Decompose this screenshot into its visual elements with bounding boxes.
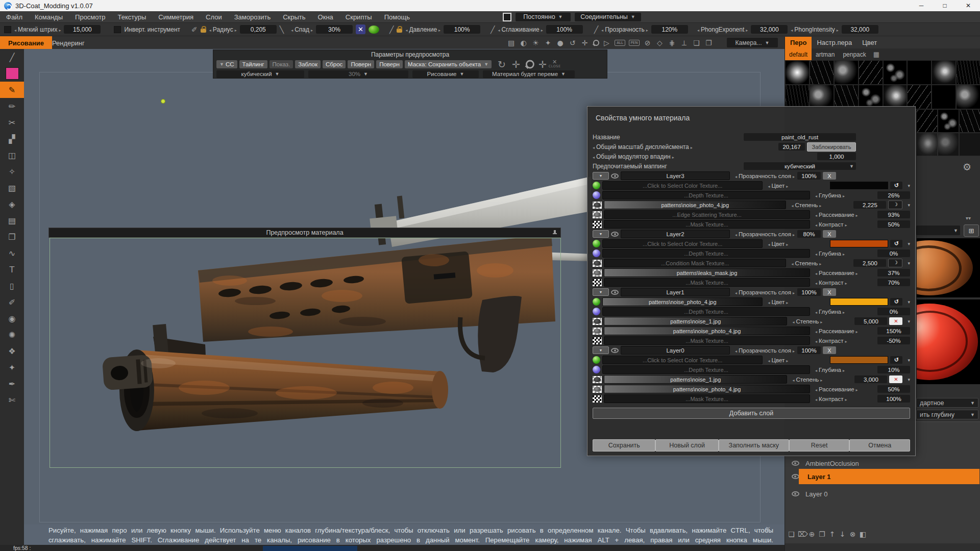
- cavity-value[interactable]: 1,000: [817, 153, 856, 160]
- preview-param-button[interactable]: ▼CC: [216, 60, 237, 68]
- brush-thumbnail[interactable]: [959, 133, 980, 156]
- expand-icon[interactable]: ▼: [593, 230, 609, 238]
- duplicate-layer-icon[interactable]: ❐: [818, 530, 826, 538]
- lock-icon[interactable]: [397, 29, 402, 33]
- texture-field[interactable]: patterns\leaks_mask.jpg: [604, 268, 810, 277]
- eye-icon[interactable]: [611, 173, 619, 179]
- eye-icon[interactable]: [792, 461, 799, 466]
- texture-field[interactable]: ...Depth Texture...: [602, 365, 810, 374]
- moon-icon[interactable]: ☽: [888, 259, 902, 267]
- move-icon[interactable]: ✛: [580, 39, 589, 47]
- preview-param-button[interactable]: Заблок: [295, 60, 321, 68]
- brush-thumbnail[interactable]: [932, 85, 956, 109]
- brush-thumbnail[interactable]: [810, 60, 834, 85]
- close-help-icon[interactable]: X: [766, 525, 770, 533]
- param-value[interactable]: 2,500: [853, 259, 886, 267]
- brush-thumbnail[interactable]: [883, 60, 908, 85]
- layer-opacity-value[interactable]: 100%: [797, 288, 821, 296]
- menu-item[interactable]: Команды: [29, 13, 69, 21]
- brush-thumbnail[interactable]: [956, 85, 980, 109]
- brush-thumbnail[interactable]: [834, 85, 859, 109]
- curve-tool-icon[interactable]: ∿: [0, 245, 24, 261]
- falloff-value[interactable]: 30%: [316, 25, 353, 34]
- phong-intensity-value[interactable]: 32,000: [842, 25, 878, 34]
- chevron-down-icon[interactable]: ▾: [908, 241, 910, 246]
- brush-thumbnail[interactable]: [810, 85, 834, 109]
- expand-icon[interactable]: ▼: [593, 346, 609, 354]
- sparkle-icon[interactable]: ✦: [544, 39, 552, 47]
- folder-icon[interactable]: ◧: [859, 530, 867, 538]
- dialog-button-1[interactable]: Сохранить: [593, 439, 655, 452]
- layers-icon[interactable]: ❐: [704, 39, 713, 47]
- tab-перо[interactable]: Перо: [785, 37, 812, 48]
- axis-icon[interactable]: ⟂: [680, 39, 689, 47]
- rotate-icon[interactable]: ↻: [498, 59, 506, 70]
- add-layer-button[interactable]: Добавить слой: [593, 408, 910, 419]
- current-color-swatch[interactable]: [6, 67, 19, 80]
- layer-name-field[interactable]: Layer0: [621, 346, 730, 355]
- drop-icon[interactable]: ●: [556, 39, 565, 47]
- import-layer-icon[interactable]: ⊕: [808, 530, 816, 538]
- brush-thumbnail[interactable]: [859, 60, 883, 85]
- dialog-button-3[interactable]: Заполнить маску: [719, 439, 789, 452]
- brush-thumbnail[interactable]: [938, 133, 959, 156]
- block-icon[interactable]: ⊘: [643, 39, 652, 47]
- chevron-down-icon[interactable]: ▾: [908, 377, 910, 382]
- texture-field[interactable]: patterns\noise_photo_4.jpg: [604, 385, 810, 393]
- brush-thumbnail[interactable]: [916, 133, 938, 156]
- radius-value[interactable]: 0,205: [240, 25, 277, 34]
- line-tool-icon[interactable]: ╱: [0, 49, 24, 65]
- play-icon[interactable]: ▷: [602, 39, 611, 47]
- pressure-value[interactable]: 100%: [444, 25, 480, 34]
- menu-item[interactable]: Симметрия: [152, 13, 200, 21]
- material-set-dropdown[interactable]: ▼: [916, 226, 960, 235]
- brush-thumbnail[interactable]: [907, 85, 932, 109]
- texture-x-icon[interactable]: ✕: [356, 24, 365, 34]
- pen-set-tab-default[interactable]: default: [785, 48, 812, 60]
- add-folder-button[interactable]: ⊞: [964, 224, 979, 237]
- dialog-button-5[interactable]: Отмена: [849, 439, 910, 452]
- preview-param-button[interactable]: Сброс: [323, 60, 346, 68]
- grid-view-icon[interactable]: ▦: [873, 48, 879, 60]
- color-swatch[interactable]: [830, 356, 888, 364]
- pen-set-tab-artman[interactable]: artman: [812, 48, 839, 60]
- menu-item[interactable]: Помощь: [378, 13, 416, 21]
- disabled-icon[interactable]: ✕: [889, 375, 902, 383]
- camera-dropdown[interactable]: Камера...▼: [727, 38, 778, 47]
- tab-цвет[interactable]: Цвет: [857, 37, 882, 48]
- magnify-icon[interactable]: [593, 40, 599, 46]
- eye-icon[interactable]: [792, 491, 799, 496]
- roller-tool-icon[interactable]: ▧: [0, 180, 24, 196]
- brush-thumbnail[interactable]: [907, 60, 932, 85]
- facet-tool-icon[interactable]: ❖: [0, 343, 24, 359]
- contrast-icon[interactable]: ◐: [519, 39, 528, 47]
- param-value[interactable]: 2,225: [853, 201, 886, 209]
- param-value[interactable]: 150%: [877, 327, 910, 335]
- delete-layer-button[interactable]: X: [823, 346, 836, 354]
- mask-dropdown[interactable]: Маска: Сохранить объекта▼: [405, 60, 492, 68]
- brush-thumbnail[interactable]: [785, 85, 810, 109]
- minimize-button[interactable]: ─: [910, 0, 933, 11]
- brush-thumbnail[interactable]: [956, 60, 980, 85]
- burst-tool-icon[interactable]: ✺: [0, 327, 24, 343]
- opacity-value[interactable]: 120%: [651, 25, 688, 34]
- picker-tool-icon[interactable]: ✦: [0, 359, 24, 375]
- shade-tool-icon[interactable]: ▞: [0, 131, 24, 147]
- cube-icon[interactable]: ◇: [655, 39, 664, 47]
- material-thumbnail[interactable]: [917, 238, 980, 297]
- brush-thumbnail[interactable]: [785, 60, 810, 85]
- menu-item[interactable]: Скрипты: [339, 13, 378, 21]
- preview-param-button[interactable]: Поверн: [376, 60, 403, 68]
- persist-dropdown[interactable]: Постоянно▼: [516, 13, 571, 21]
- layer-name-field[interactable]: Layer3: [621, 171, 730, 180]
- invert-checkbox[interactable]: [114, 26, 121, 33]
- text-tool-icon[interactable]: T: [0, 261, 24, 278]
- material-name-field[interactable]: paint_old_rust: [744, 133, 856, 141]
- menu-item[interactable]: Скрыть: [277, 13, 311, 21]
- expand-icon[interactable]: ▼: [593, 172, 609, 180]
- chevron-down-icon[interactable]: ▾: [908, 203, 910, 208]
- preview-param-button[interactable]: Тайлинг: [239, 60, 267, 68]
- moon-icon[interactable]: ☽: [888, 201, 902, 209]
- chevron-down-icon[interactable]: ▾: [908, 319, 910, 324]
- move-icon[interactable]: ✛: [512, 59, 520, 70]
